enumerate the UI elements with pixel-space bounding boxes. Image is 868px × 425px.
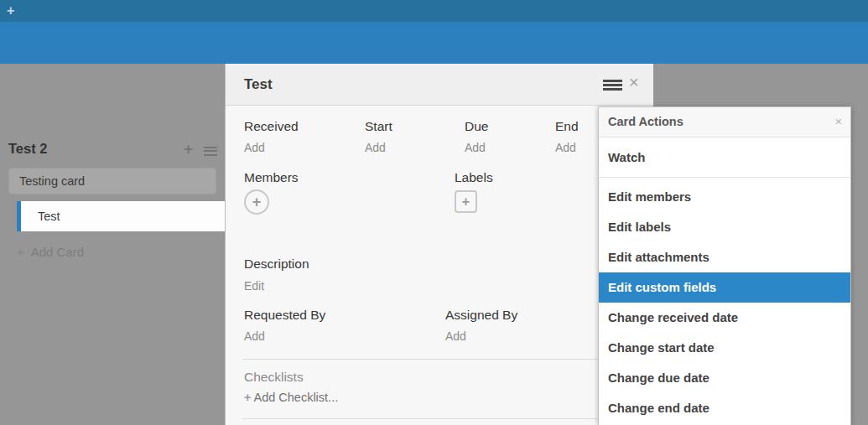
menu-item-edit-members[interactable]: Edit members: [599, 182, 850, 212]
members-label: Members: [244, 170, 299, 185]
section-divider: [242, 418, 637, 419]
description-label: Description: [244, 257, 309, 272]
received-add-link[interactable]: Add: [244, 141, 265, 154]
received-label: Received: [244, 119, 299, 134]
card-actions-popup: Card Actions × Watch Edit members Edit l…: [598, 106, 851, 425]
menu-item-change-received-date[interactable]: Change received date: [599, 303, 850, 333]
plus-icon: +: [244, 391, 251, 404]
start-label: Start: [365, 119, 392, 134]
close-icon[interactable]: ×: [629, 74, 639, 91]
menu-item-edit-attachments[interactable]: Edit attachments: [599, 242, 850, 272]
assigned-by-label: Assigned By: [445, 308, 517, 323]
menu-item-change-due-date[interactable]: Change due date: [599, 363, 850, 393]
close-icon[interactable]: ×: [835, 107, 842, 137]
due-add-link[interactable]: Add: [465, 141, 486, 154]
board-card-active[interactable]: Test: [17, 201, 225, 231]
menu-item-edit-labels[interactable]: Edit labels: [599, 212, 850, 242]
card-actions-title: Card Actions: [608, 107, 683, 137]
list-title: Test 2: [8, 141, 47, 157]
card-detail-panel: Test × Received Start Due End Add Add Ad…: [225, 64, 653, 425]
card-actions-menu-icon[interactable]: [603, 80, 622, 91]
menu-item-change-end-date[interactable]: Change end date: [599, 393, 850, 423]
add-checklist-label: Add Checklist...: [253, 391, 338, 404]
card-detail-header: Test ×: [226, 64, 653, 106]
menu-item-change-start-date[interactable]: Change start date: [599, 333, 850, 363]
labels-label: Labels: [455, 170, 493, 185]
menu-item-edit-custom-fields[interactable]: Edit custom fields: [599, 272, 850, 303]
card-detail-title: Test: [244, 64, 273, 106]
card-actions-list: Edit members Edit labels Edit attachment…: [599, 178, 850, 423]
requested-by-label: Requested By: [244, 308, 325, 323]
due-label: Due: [465, 119, 488, 134]
assigned-by-add-link[interactable]: Add: [445, 329, 466, 343]
description-edit-link[interactable]: Edit: [244, 279, 264, 293]
checklists-label: Checklists: [244, 370, 304, 385]
add-board-icon[interactable]: +: [7, 3, 14, 19]
list-add-card-icon[interactable]: +: [184, 140, 193, 158]
requested-by-add-link[interactable]: Add: [244, 329, 265, 343]
card-actions-popup-header: Card Actions ×: [599, 107, 850, 137]
app-window: + Test 2 + Testing card Test +Add Card +…: [0, 0, 868, 425]
add-member-button[interactable]: +: [244, 189, 269, 215]
add-card-label: Add Card: [31, 245, 84, 259]
add-label-button[interactable]: +: [455, 190, 477, 213]
end-add-link[interactable]: Add: [555, 141, 576, 154]
watch-label: Watch: [608, 137, 645, 178]
board-card[interactable]: Testing card: [8, 168, 216, 194]
start-add-link[interactable]: Add: [365, 141, 386, 154]
add-checklist-button[interactable]: +Add Checklist...: [244, 391, 338, 404]
board-header-bar: [0, 22, 868, 64]
card-title: Testing card: [9, 168, 216, 194]
end-label: End: [555, 119, 579, 134]
plus-icon: +: [17, 245, 24, 259]
menu-item-watch[interactable]: Watch: [599, 137, 850, 178]
list-menu-icon[interactable]: [204, 147, 217, 156]
top-navigation-bar: +: [0, 0, 868, 22]
card-title: Test: [21, 201, 225, 231]
add-card-button[interactable]: +Add Card: [17, 245, 84, 259]
section-divider: [242, 359, 637, 360]
